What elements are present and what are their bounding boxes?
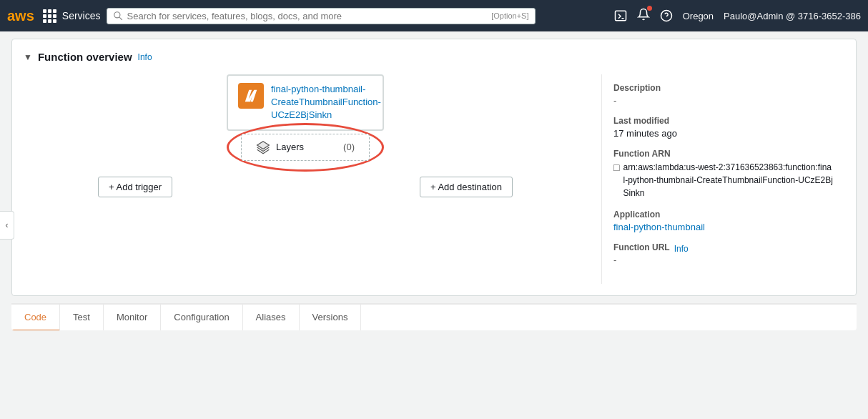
aws-logo[interactable]: aws (7, 9, 34, 23)
description-row: Description - (613, 83, 833, 106)
tab-configuration[interactable]: Configuration (161, 305, 242, 330)
function-url-value: - (613, 255, 833, 265)
layers-count: (0) (343, 142, 355, 152)
help-icon (660, 9, 673, 22)
aws-logo-text: aws (7, 9, 34, 23)
terminal-icon-btn[interactable] (614, 9, 627, 22)
last-modified-value: 17 minutes ago (613, 128, 833, 139)
chevron-left-icon: ‹ (6, 220, 9, 230)
diagram-area: final-python-thumbnail-CreateThumbnailFu… (24, 74, 587, 284)
overview-info-link[interactable]: Info (138, 52, 152, 62)
arn-container: □ arn:aws:lambda:us-west-2:371636523863:… (613, 161, 833, 199)
bottom-tabs: Code Test Monitor Configuration Aliases … (11, 303, 857, 330)
lambda-svg (243, 88, 259, 104)
top-navigation: aws Services [Option+S] (0, 0, 868, 31)
svg-point-0 (114, 12, 119, 18)
terminal-icon (614, 9, 627, 22)
search-input[interactable] (127, 11, 488, 21)
action-buttons: + Add trigger + Add destination (98, 177, 513, 197)
tab-versions[interactable]: Versions (300, 305, 362, 330)
function-box: final-python-thumbnail-CreateThumbnailFu… (227, 74, 384, 131)
layers-box[interactable]: Layers (0) (241, 134, 370, 161)
user-menu[interactable]: Paulo@Admin @ 3716-3652-386 (724, 11, 861, 21)
last-modified-label: Last modified (613, 116, 833, 126)
copy-icon[interactable]: □ (613, 162, 619, 173)
add-destination-button[interactable]: + Add destination (420, 177, 513, 197)
application-value[interactable]: final-python-thumbnail (613, 222, 705, 232)
notification-dot (647, 6, 652, 11)
diagram-container: final-python-thumbnail-CreateThumbnailFu… (227, 74, 384, 161)
layers-label: Layers (276, 142, 304, 152)
grid-icon[interactable] (43, 9, 56, 23)
last-modified-row: Last modified 17 minutes ago (613, 116, 833, 139)
search-shortcut: [Option+S] (491, 11, 528, 20)
layers-box-wrapper: Layers (0) (241, 134, 370, 161)
function-name[interactable]: final-python-thumbnail-CreateThumbnailFu… (271, 83, 381, 122)
search-icon (113, 11, 123, 21)
content-area: ▼ Function overview Info (0, 31, 868, 419)
lambda-icon (238, 83, 264, 109)
function-url-label-group: Function URL Info (613, 242, 833, 255)
function-overview-panel: ▼ Function overview Info (11, 39, 857, 296)
main-wrapper: ▼ Function overview Info (0, 31, 868, 419)
svg-marker-6 (245, 90, 257, 102)
svg-line-1 (119, 17, 122, 20)
function-url-info-link[interactable]: Info (674, 244, 689, 254)
function-arn-label: Function ARN (613, 149, 833, 159)
function-arn-row: Function ARN □ arn:aws:lambda:us-west-2:… (613, 149, 833, 199)
description-value: - (613, 95, 833, 106)
notifications-btn[interactable] (637, 8, 650, 24)
services-button[interactable]: Services (62, 10, 101, 21)
help-btn[interactable] (660, 9, 673, 22)
application-label: Application (613, 210, 833, 220)
layers-icon (256, 140, 270, 154)
function-url-row: Function URL Info - (613, 242, 833, 265)
application-row: Application final-python-thumbnail (613, 210, 833, 232)
tab-aliases[interactable]: Aliases (243, 305, 300, 330)
info-panel: Description - Last modified 17 minutes a… (601, 74, 844, 284)
svg-marker-7 (257, 141, 270, 149)
arn-value: arn:aws:lambda:us-west-2:371636523863:fu… (623, 161, 833, 199)
function-url-label: Function URL (613, 242, 670, 252)
overview-body: final-python-thumbnail-CreateThumbnailFu… (24, 74, 844, 284)
tab-test[interactable]: Test (60, 305, 104, 330)
nav-right: Oregon Paulo@Admin @ 3716-3652-386 (614, 8, 861, 24)
region-selector[interactable]: Oregon (683, 11, 714, 21)
overview-header: ▼ Function overview Info (24, 51, 844, 63)
collapse-button[interactable]: ▼ (24, 52, 32, 62)
tab-monitor[interactable]: Monitor (104, 305, 161, 330)
sidebar-toggle[interactable]: ‹ (0, 211, 14, 240)
search-bar[interactable]: [Option+S] (107, 8, 536, 24)
add-trigger-button[interactable]: + Add trigger (98, 177, 172, 197)
tab-code[interactable]: Code (11, 305, 60, 330)
layers-label-group: Layers (256, 140, 304, 154)
description-label: Description (613, 83, 833, 93)
overview-title: Function overview (38, 51, 132, 63)
